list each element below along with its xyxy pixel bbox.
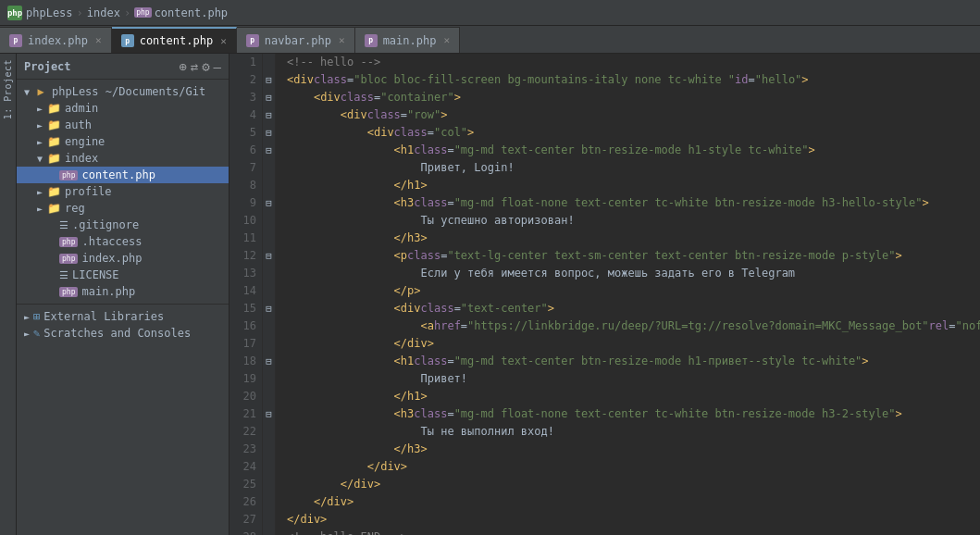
code-editor[interactable]: <!-- hello --> <div class="bloc bloc-fil… <box>276 54 980 535</box>
code-line-17: ________________</div> <box>287 335 980 353</box>
tree-arrow-index-php <box>46 252 59 265</box>
tab-navbar-php[interactable]: p navbar.php ✕ <box>237 27 355 53</box>
folder-icon-profile: 📁 <box>46 186 61 197</box>
file-icon-license: ☰ <box>59 269 68 281</box>
code-line-23: ________________</h3> <box>287 441 980 458</box>
tree-label-profile: profile <box>65 185 112 198</box>
tree-arrow-profile: ► <box>33 185 46 198</box>
sidebar-header-icons: ⊕ ⇄ ⚙ — <box>179 59 221 74</box>
breadcrumb-sep2: › <box>124 6 130 19</box>
sidebar-icon-sync[interactable]: ⇄ <box>191 59 198 74</box>
code-line-10: ____________________Ты успешно авторизов… <box>287 212 980 230</box>
tree-label-index-php: index.php <box>81 252 142 265</box>
tree-item-main-php[interactable]: php main.php <box>17 283 229 300</box>
code-line-5: ____________<div class="col"> <box>287 124 980 142</box>
file-icon-index-php: php <box>59 254 78 264</box>
tab-main-php[interactable]: p main.php ✕ <box>355 27 460 53</box>
tab-icon-index-php: p <box>9 34 22 47</box>
tree-item-scratches[interactable]: ► ✎ Scratches and Consoles <box>17 325 229 342</box>
tree-label-scratches: Scratches and Consoles <box>43 327 191 340</box>
tree-item-gitignore[interactable]: ☰ .gitignore <box>17 217 229 233</box>
tree-item-engine[interactable]: ► 📁 engine <box>17 133 229 150</box>
tree-label-main-php: main.php <box>81 285 135 298</box>
tree-arrow-main-php <box>46 285 59 298</box>
tab-index-php[interactable]: p index.php ✕ <box>0 27 112 53</box>
tree-label-root: phpLess ~/Documents/Git <box>52 85 205 98</box>
tab-label-index-php: index.php <box>28 34 88 47</box>
code-line-26: ____</div> <box>287 493 980 511</box>
file-icon-main-php: php <box>59 287 78 297</box>
sidebar-header: Project ⊕ ⇄ ⚙ — <box>17 54 229 80</box>
tree-label-admin: admin <box>65 102 98 115</box>
code-line-14: ________________</p> <box>287 282 980 300</box>
code-line-19: ____________________Привет! <box>287 370 980 388</box>
tree-arrow-gitignore <box>46 218 59 231</box>
sidebar-icon-minimize[interactable]: — <box>214 59 221 74</box>
tree-arrow-index: ▼ <box>33 152 46 165</box>
code-line-25: ________</div> <box>287 476 980 493</box>
file-icon-scratches: ✎ <box>33 327 40 340</box>
project-vertical-label: 1: Project <box>3 59 13 119</box>
sidebar-title: Project <box>24 60 173 73</box>
file-icon-gitignore: ☰ <box>59 219 68 231</box>
tab-label-main-php: main.php <box>383 34 437 47</box>
sidebar-icon-add[interactable]: ⊕ <box>179 59 186 74</box>
tree-item-index-php[interactable]: php index.php <box>17 250 229 267</box>
tree-arrow-htaccess <box>46 235 59 248</box>
tab-close-main-php[interactable]: ✕ <box>443 34 450 46</box>
tab-icon-main-php: p <box>365 34 378 47</box>
code-line-24: ____________</div> <box>287 458 980 476</box>
code-line-16: ____________________<a href="https://lin… <box>287 317 980 335</box>
tree-item-root[interactable]: ▼ ▶ phpLess ~/Documents/Git <box>17 83 229 100</box>
tree-item-htaccess[interactable]: php .htaccess <box>17 233 229 250</box>
tab-close-navbar-php[interactable]: ✕ <box>339 34 345 46</box>
tree-label-content-php: content.php <box>81 168 155 181</box>
tree-label-engine: engine <box>65 135 105 148</box>
tree-label-external: External Libraries <box>43 310 164 323</box>
tab-content-php[interactable]: p content.php ✕ <box>112 27 237 53</box>
code-line-11: ________________</h3> <box>287 230 980 247</box>
breadcrumb-file-icon: php <box>134 7 151 18</box>
folder-icon-index: 📁 <box>46 153 61 164</box>
line-numbers: 1234567 891011121314 15161718192021 2223… <box>229 54 263 535</box>
sidebar-icon-settings[interactable]: ⚙ <box>202 59 209 74</box>
tree-arrow-engine: ► <box>33 135 46 148</box>
tree-item-license[interactable]: ☰ LICENSE <box>17 267 229 283</box>
fold-gutter: ⊟ ⊟ ⊟ ⊟ ⊟ ⊟ ⊟ ⊟ ⊟ ⊟ <box>263 54 276 535</box>
tab-label-navbar-php: navbar.php <box>265 34 331 47</box>
breadcrumb-folder: index <box>87 6 120 19</box>
tab-close-content-php[interactable]: ✕ <box>220 35 227 47</box>
folder-icon-reg: 📁 <box>46 203 61 214</box>
file-icon-htaccess: php <box>59 237 78 247</box>
editor-area: 1234567 891011121314 15161718192021 2223… <box>229 54 980 535</box>
title-bar: php phpLess › index › php content.php <box>0 0 980 26</box>
breadcrumb: phpLess › index › php content.php <box>26 6 228 19</box>
code-line-13: ____________________Если у тебя имеется … <box>287 265 980 282</box>
tree-item-admin[interactable]: ► 📁 admin <box>17 100 229 117</box>
tree-item-external[interactable]: ► ⊞ External Libraries <box>17 308 229 325</box>
sidebar-divider <box>17 304 229 305</box>
code-line-27: </div> <box>287 511 980 529</box>
tab-bar: p index.php ✕ p content.php ✕ p navbar.p… <box>0 26 980 54</box>
tree-item-auth[interactable]: ► 📁 auth <box>17 117 229 133</box>
tree-arrow-root: ▼ <box>20 85 33 98</box>
code-line-12: ________________<p class="text-lg-center… <box>287 247 980 265</box>
folder-icon-auth: 📁 <box>46 119 61 131</box>
code-line-1: <!-- hello --> <box>287 54 980 71</box>
tree-label-htaccess: .htaccess <box>81 235 142 248</box>
code-line-3: ____<div class="container"> <box>287 89 980 106</box>
tree-arrow-scratches: ► <box>20 327 33 340</box>
tab-label-content-php: content.php <box>140 34 213 47</box>
tab-icon-content-php: p <box>121 34 134 47</box>
code-line-18: ________________<h1 class="mg-md text-ce… <box>287 353 980 370</box>
tree-item-index-folder[interactable]: ▼ 📁 index <box>17 150 229 167</box>
code-line-15: ________________<div class="text-center"… <box>287 300 980 317</box>
tree-item-content-php[interactable]: php content.php <box>17 167 229 183</box>
code-line-6: ________________<h1 class="mg-md text-ce… <box>287 142 980 159</box>
tree-item-reg[interactable]: ► 📁 reg <box>17 200 229 217</box>
tab-close-index-php[interactable]: ✕ <box>95 34 102 46</box>
tree-label-license: LICENSE <box>72 268 119 281</box>
tree-item-profile[interactable]: ► 📁 profile <box>17 183 229 200</box>
code-line-9: ________________<h3 class="mg-md float-n… <box>287 194 980 212</box>
code-line-22: ____________________Ты не выполнил вход! <box>287 423 980 441</box>
